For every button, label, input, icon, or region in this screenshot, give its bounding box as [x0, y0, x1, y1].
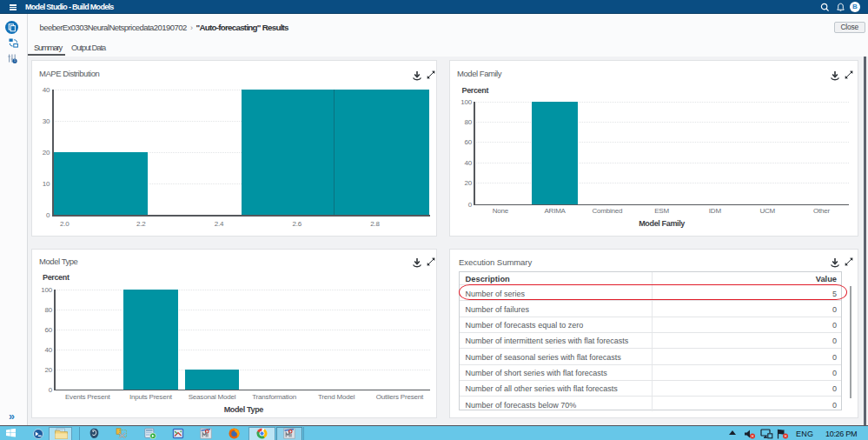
svg-text:1: 1	[14, 59, 16, 63]
